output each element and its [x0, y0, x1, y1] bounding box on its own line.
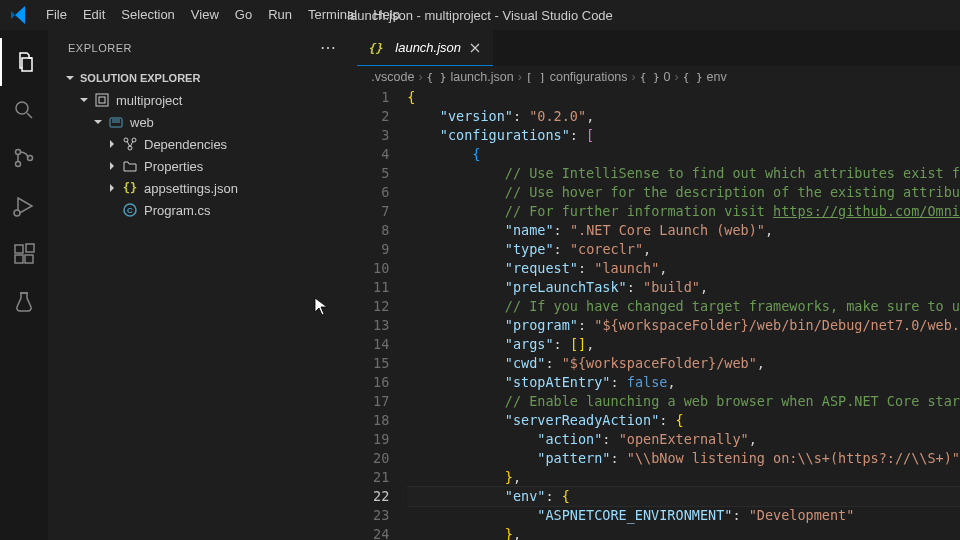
tree-section-header[interactable]: SOLUTION EXPLORER [48, 67, 357, 89]
tab-launch-json[interactable]: {} launch.json [357, 30, 493, 66]
breadcrumb-item[interactable]: { }0 [640, 70, 671, 84]
file-tree: SOLUTION EXPLORER multiproject web Depen… [48, 65, 357, 540]
chevron-right-icon [106, 182, 118, 194]
json-icon: {} [367, 40, 383, 56]
svg-text:C: C [127, 206, 133, 215]
dependencies-icon [122, 136, 138, 152]
chevron-down-icon [78, 94, 90, 106]
vscode-logo-icon [8, 3, 32, 27]
breadcrumb-item[interactable]: [ ]configurations [526, 70, 628, 84]
menu-view[interactable]: View [183, 7, 227, 22]
line-number: 24 [357, 525, 389, 540]
breadcrumb-label: launch.json [450, 70, 513, 84]
svg-rect-9 [96, 94, 108, 106]
explorer-icon[interactable] [0, 38, 48, 86]
code-line[interactable]: "type": "coreclr", [407, 240, 960, 259]
menu-go[interactable]: Go [227, 7, 260, 22]
run-debug-icon[interactable] [0, 182, 48, 230]
menu-file[interactable]: File [38, 7, 75, 22]
svg-point-2 [16, 162, 21, 167]
line-number: 5 [357, 164, 389, 183]
tree-item-multiproject[interactable]: multiproject [48, 89, 357, 111]
more-actions-icon[interactable]: ⋯ [320, 38, 337, 57]
line-number: 16 [357, 373, 389, 392]
code-line[interactable]: "preLaunchTask": "build", [407, 278, 960, 297]
line-number: 21 [357, 468, 389, 487]
code-line[interactable]: "stopAtEntry": false, [407, 373, 960, 392]
code-line[interactable]: { [407, 145, 960, 164]
code-line[interactable]: "pattern": "\\bNow listening on:\\s+(htt… [407, 449, 960, 468]
tree-item-properties[interactable]: Properties [48, 155, 357, 177]
code-line[interactable]: { [407, 88, 960, 107]
chevron-down-icon [92, 116, 104, 128]
code-content[interactable]: { "version": "0.2.0", "configurations": … [407, 88, 960, 540]
svg-point-0 [16, 102, 28, 114]
menu-run[interactable]: Run [260, 7, 300, 22]
menu-edit[interactable]: Edit [75, 7, 113, 22]
csproj-icon [108, 114, 124, 130]
code-line[interactable]: // Enable launching a web browser when A… [407, 392, 960, 411]
tab-bar: {} launch.json [357, 30, 960, 66]
editor-area: {} launch.json .vscode›{ }launch.json›[ … [357, 30, 960, 540]
code-line[interactable]: "env": { [407, 486, 960, 507]
breadcrumb-label: configurations [550, 70, 628, 84]
code-line[interactable]: "version": "0.2.0", [407, 107, 960, 126]
breadcrumb-item[interactable]: .vscode [371, 70, 414, 84]
code-line[interactable]: }, [407, 525, 960, 540]
code-line[interactable]: "configurations": [ [407, 126, 960, 145]
search-icon[interactable] [0, 86, 48, 134]
folder-icon [122, 158, 138, 174]
line-number: 9 [357, 240, 389, 259]
code-line[interactable]: "name": ".NET Core Launch (web)", [407, 221, 960, 240]
code-line[interactable]: "ASPNETCORE_ENVIRONMENT": "Development" [407, 506, 960, 525]
code-line[interactable]: // Use hover for the description of the … [407, 183, 960, 202]
line-number: 23 [357, 506, 389, 525]
chevron-right-icon [106, 138, 118, 150]
code-line[interactable]: // Use IntelliSense to find out which at… [407, 164, 960, 183]
line-number: 3 [357, 126, 389, 145]
code-line[interactable]: "serverReadyAction": { [407, 411, 960, 430]
svg-rect-7 [25, 255, 33, 263]
code-line[interactable]: // For further information visit https:/… [407, 202, 960, 221]
symbol-icon: { } [683, 71, 703, 84]
code-line[interactable]: "request": "launch", [407, 259, 960, 278]
line-number: 7 [357, 202, 389, 221]
svg-rect-6 [15, 255, 23, 263]
chevron-down-icon [64, 72, 76, 84]
tree-item-web[interactable]: web [48, 111, 357, 133]
window-title: launch.json - multiproject - Visual Stud… [347, 8, 613, 23]
source-control-icon[interactable] [0, 134, 48, 182]
chevron-right-icon: › [632, 70, 636, 84]
solution-icon [94, 92, 110, 108]
line-number: 10 [357, 259, 389, 278]
code-line[interactable]: "action": "openExternally", [407, 430, 960, 449]
code-line[interactable]: }, [407, 468, 960, 487]
sidebar: EXPLORER ⋯ SOLUTION EXPLORER multiprojec… [48, 30, 357, 540]
code-editor[interactable]: 123456789101112131415161718192021222324 … [357, 88, 960, 540]
tree-item-dependencies[interactable]: Dependencies [48, 133, 357, 155]
tree-label: multiproject [116, 93, 182, 108]
breadcrumb-label: env [707, 70, 727, 84]
code-line[interactable]: "args": [], [407, 335, 960, 354]
line-number: 1 [357, 88, 389, 107]
line-number: 18 [357, 411, 389, 430]
svg-point-1 [16, 150, 21, 155]
breadcrumb-item[interactable]: { }launch.json [427, 70, 514, 84]
close-icon[interactable] [467, 40, 483, 56]
extensions-icon[interactable] [0, 230, 48, 278]
tree-label: web [130, 115, 154, 130]
chevron-right-icon: › [418, 70, 422, 84]
tree-item-appsettings[interactable]: {} appsettings.json [48, 177, 357, 199]
code-line[interactable]: "program": "${workspaceFolder}/web/bin/D… [407, 316, 960, 335]
code-line[interactable]: // If you have changed target frameworks… [407, 297, 960, 316]
tree-item-program-cs[interactable]: C Program.cs [48, 199, 357, 221]
code-line[interactable]: "cwd": "${workspaceFolder}/web", [407, 354, 960, 373]
line-number: 20 [357, 449, 389, 468]
breadcrumb-item[interactable]: { }env [683, 70, 727, 84]
testing-icon[interactable] [0, 278, 48, 326]
line-number: 17 [357, 392, 389, 411]
menu-selection[interactable]: Selection [113, 7, 182, 22]
line-number: 6 [357, 183, 389, 202]
svg-rect-10 [99, 97, 105, 103]
line-number: 22 [357, 487, 389, 506]
